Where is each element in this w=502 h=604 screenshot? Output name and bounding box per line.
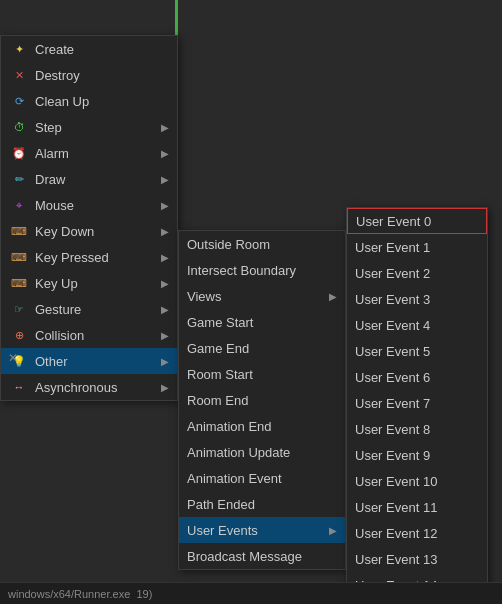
- menu-item-outside-room[interactable]: Outside Room: [179, 231, 345, 257]
- menu-item-cleanup[interactable]: ⟳ Clean Up: [1, 88, 177, 114]
- keypressed-arrow: ▶: [161, 252, 169, 263]
- animation-update-label: Animation Update: [187, 445, 337, 460]
- gesture-arrow: ▶: [161, 304, 169, 315]
- intersect-boundary-label: Intersect Boundary: [187, 263, 337, 278]
- user-event-10-label: User Event 10: [355, 474, 479, 489]
- menu-item-user-event-3[interactable]: User Event 3: [347, 286, 487, 312]
- game-start-label: Game Start: [187, 315, 337, 330]
- keydown-icon: ⌨: [9, 221, 29, 241]
- keydown-label: Key Down: [35, 224, 161, 239]
- async-icon: ↔: [9, 377, 29, 397]
- keydown-arrow: ▶: [161, 226, 169, 237]
- user-event-3-label: User Event 3: [355, 292, 479, 307]
- menu-item-animation-update[interactable]: Animation Update: [179, 439, 345, 465]
- menu-item-user-event-7[interactable]: User Event 7: [347, 390, 487, 416]
- mouse-label: Mouse: [35, 198, 161, 213]
- menu-item-user-event-13[interactable]: User Event 13: [347, 546, 487, 572]
- user-event-4-label: User Event 4: [355, 318, 479, 333]
- draw-arrow: ▶: [161, 174, 169, 185]
- menu-item-user-event-12[interactable]: User Event 12: [347, 520, 487, 546]
- alarm-label: Alarm: [35, 146, 161, 161]
- game-end-label: Game End: [187, 341, 337, 356]
- status-text: windows/x64/Runner.exe 19): [8, 588, 152, 600]
- menu-level1: ✦ Create ✕ Destroy ⟳ Clean Up ⏱ Step ▶ ⏰…: [0, 35, 178, 401]
- keyup-label: Key Up: [35, 276, 161, 291]
- user-event-9-label: User Event 9: [355, 448, 479, 463]
- collision-arrow: ▶: [161, 330, 169, 341]
- menu-item-keydown[interactable]: ⌨ Key Down ▶: [1, 218, 177, 244]
- cleanup-icon: ⟳: [9, 91, 29, 111]
- menu-item-async[interactable]: ↔ Asynchronous ▶: [1, 374, 177, 400]
- path-ended-label: Path Ended: [187, 497, 337, 512]
- menu-item-animation-end[interactable]: Animation End: [179, 413, 345, 439]
- alarm-icon: ⏰: [9, 143, 29, 163]
- collision-icon: ⊕: [9, 325, 29, 345]
- menu-item-draw[interactable]: ✏ Draw ▶: [1, 166, 177, 192]
- menu-item-create[interactable]: ✦ Create: [1, 36, 177, 62]
- gesture-icon: ☞: [9, 299, 29, 319]
- draw-icon: ✏: [9, 169, 29, 189]
- menu-item-user-event-10[interactable]: User Event 10: [347, 468, 487, 494]
- menu-item-other[interactable]: 💡 Other ▶: [1, 348, 177, 374]
- mouse-arrow: ▶: [161, 200, 169, 211]
- user-event-12-label: User Event 12: [355, 526, 479, 541]
- menu-item-game-start[interactable]: Game Start: [179, 309, 345, 335]
- cleanup-label: Clean Up: [35, 94, 169, 109]
- menu-item-gesture[interactable]: ☞ Gesture ▶: [1, 296, 177, 322]
- broadcast-message-label: Broadcast Message: [187, 549, 337, 564]
- menu-item-destroy[interactable]: ✕ Destroy: [1, 62, 177, 88]
- user-event-7-label: User Event 7: [355, 396, 479, 411]
- menu-item-broadcast-message[interactable]: Broadcast Message: [179, 543, 345, 569]
- menu-item-user-events[interactable]: User Events ▶: [179, 517, 345, 543]
- menu-item-keyup[interactable]: ⌨ Key Up ▶: [1, 270, 177, 296]
- menu-level3: User Event 0 User Event 1 User Event 2 U…: [346, 207, 488, 604]
- async-label: Asynchronous: [35, 380, 161, 395]
- keyup-arrow: ▶: [161, 278, 169, 289]
- status-path: windows/x64/Runner.exe: [8, 588, 130, 600]
- collision-label: Collision: [35, 328, 161, 343]
- menu-item-intersect-boundary[interactable]: Intersect Boundary: [179, 257, 345, 283]
- menu-item-alarm[interactable]: ⏰ Alarm ▶: [1, 140, 177, 166]
- menu-item-step[interactable]: ⏱ Step ▶: [1, 114, 177, 140]
- step-icon: ⏱: [9, 117, 29, 137]
- create-label: Create: [35, 42, 169, 57]
- close-x-icon: ✕: [8, 351, 18, 365]
- menu-item-user-event-2[interactable]: User Event 2: [347, 260, 487, 286]
- menu-item-user-event-0[interactable]: User Event 0: [347, 208, 487, 234]
- menu-item-path-ended[interactable]: Path Ended: [179, 491, 345, 517]
- menu-item-user-event-8[interactable]: User Event 8: [347, 416, 487, 442]
- menu-item-user-event-11[interactable]: User Event 11: [347, 494, 487, 520]
- room-start-label: Room Start: [187, 367, 337, 382]
- status-suffix: 19): [136, 588, 152, 600]
- keypressed-icon: ⌨: [9, 247, 29, 267]
- user-event-1-label: User Event 1: [355, 240, 479, 255]
- views-label: Views: [187, 289, 329, 304]
- user-event-11-label: User Event 11: [355, 500, 479, 515]
- other-label: Other: [35, 354, 161, 369]
- menu-item-game-end[interactable]: Game End: [179, 335, 345, 361]
- menu-item-collision[interactable]: ⊕ Collision ▶: [1, 322, 177, 348]
- views-arrow: ▶: [329, 291, 337, 302]
- menu-item-user-event-9[interactable]: User Event 9: [347, 442, 487, 468]
- menu-item-user-event-4[interactable]: User Event 4: [347, 312, 487, 338]
- menu-item-user-event-1[interactable]: User Event 1: [347, 234, 487, 260]
- menu-item-views[interactable]: Views ▶: [179, 283, 345, 309]
- menu-item-keypressed[interactable]: ⌨ Key Pressed ▶: [1, 244, 177, 270]
- other-arrow: ▶: [161, 356, 169, 367]
- menu-item-animation-event[interactable]: Animation Event: [179, 465, 345, 491]
- menu-item-room-start[interactable]: Room Start: [179, 361, 345, 387]
- user-event-13-label: User Event 13: [355, 552, 479, 567]
- menu-item-room-end[interactable]: Room End: [179, 387, 345, 413]
- draw-label: Draw: [35, 172, 161, 187]
- menu-item-user-event-6[interactable]: User Event 6: [347, 364, 487, 390]
- async-arrow: ▶: [161, 382, 169, 393]
- user-event-5-label: User Event 5: [355, 344, 479, 359]
- user-event-8-label: User Event 8: [355, 422, 479, 437]
- menu-item-mouse[interactable]: ⌖ Mouse ▶: [1, 192, 177, 218]
- animation-end-label: Animation End: [187, 419, 337, 434]
- animation-event-label: Animation Event: [187, 471, 337, 486]
- menu-item-user-event-5[interactable]: User Event 5: [347, 338, 487, 364]
- keyup-icon: ⌨: [9, 273, 29, 293]
- user-event-0-label: User Event 0: [356, 214, 478, 229]
- destroy-label: Destroy: [35, 68, 169, 83]
